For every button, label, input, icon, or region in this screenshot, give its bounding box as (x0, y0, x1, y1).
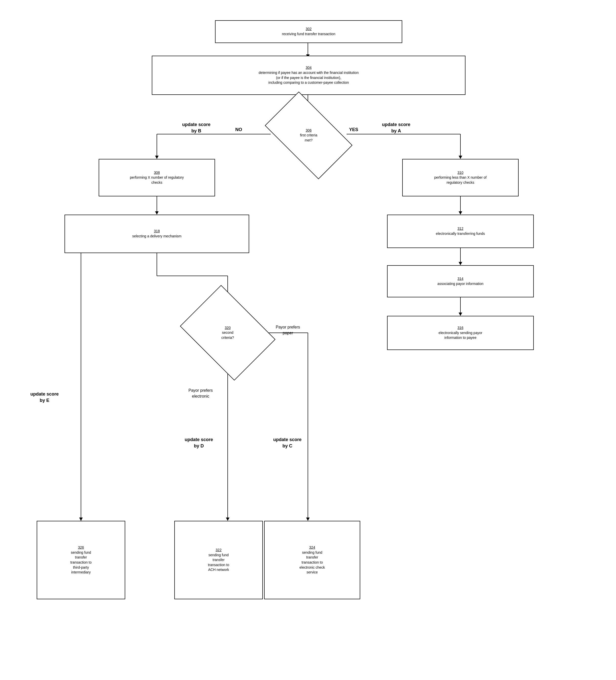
update-score-d: update score by D (185, 430, 213, 449)
svg-marker-6 (155, 155, 158, 159)
node-324: 324 sending fund transfer transaction to… (264, 521, 360, 599)
update-score-a: update score by A (382, 115, 410, 134)
node-320: 320 second criteria? (189, 304, 266, 362)
svg-marker-15 (459, 262, 462, 265)
svg-marker-17 (459, 313, 462, 316)
svg-marker-13 (459, 211, 462, 215)
node-316: 316 electronically sending payor informa… (387, 316, 534, 350)
payor-paper-label: Payor prefers paper (276, 319, 300, 336)
node-302: 302 receiving fund transfer transaction (215, 20, 402, 43)
node-318: 318 selecting a delivery mechanism (64, 215, 249, 253)
payor-electronic-label: Payor prefers electronic (188, 382, 213, 399)
svg-marker-9 (459, 155, 462, 159)
svg-marker-24 (226, 517, 230, 521)
svg-marker-27 (306, 517, 310, 521)
node-308: 308 performing X number of regulatory ch… (99, 159, 215, 196)
node-310: 310 performing less than X number of reg… (402, 159, 519, 196)
svg-marker-30 (79, 517, 83, 521)
update-score-c: update score by C (273, 430, 301, 449)
node-304: 304 determining if payee has an account … (152, 56, 466, 95)
no-label: NO (235, 126, 242, 133)
update-score-e: update score by E (30, 385, 59, 404)
update-score-b: update score by B (182, 115, 210, 134)
svg-marker-11 (155, 211, 158, 215)
node-312: 312 electronically transferring funds (387, 215, 534, 248)
node-322: 322 sending fund transfer transaction to… (174, 521, 263, 599)
node-306: 306 first criteria met? (271, 111, 347, 160)
node-326: 326 sending fund transfer transaction to… (37, 521, 125, 599)
yes-label: YES (349, 126, 358, 133)
node-314: 314 associating payor information (387, 265, 534, 298)
flowchart-diagram: 302 receiving fund transfer transaction … (0, 0, 616, 680)
